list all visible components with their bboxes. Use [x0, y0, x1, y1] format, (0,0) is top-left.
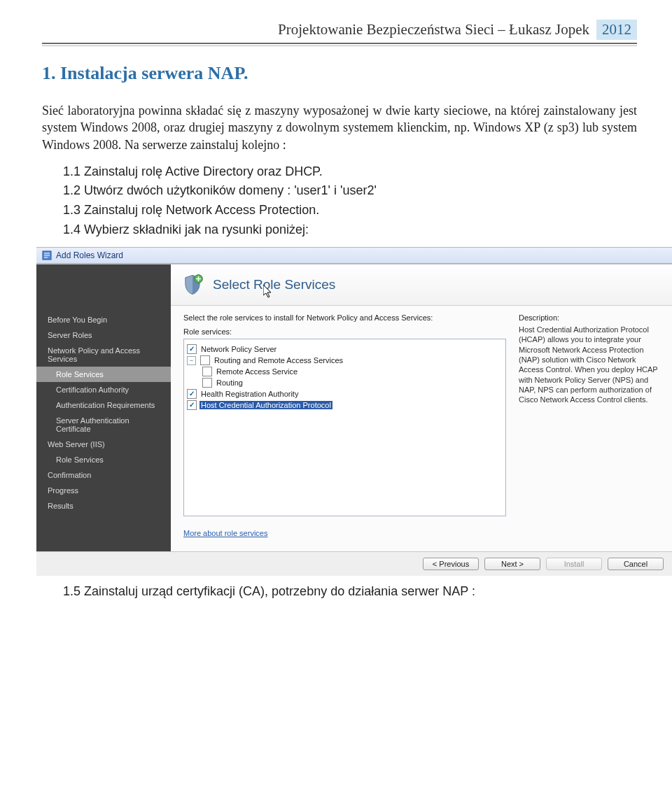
tree-label: Routing: [215, 379, 244, 387]
checkbox-icon[interactable]: [202, 378, 212, 388]
tree-label: Host Credential Authorization Protocol: [200, 401, 332, 409]
wizard-page-title: Select Role Services: [213, 277, 335, 292]
steps-list-continued: 1.5 Zainstaluj urząd certyfikacji (CA), …: [63, 583, 637, 601]
roles-column-label: Role services:: [183, 327, 506, 336]
list-item: 1.2 Utwórz dwóch użytkoników domeny : 'u…: [63, 182, 637, 200]
tree-label: Remote Access Service: [215, 367, 299, 376]
collapse-icon[interactable]: −: [187, 356, 196, 365]
sidebar-item-confirmation[interactable]: Confirmation: [36, 467, 171, 483]
cancel-button[interactable]: Cancel: [608, 558, 664, 570]
description-column-label: Description:: [519, 313, 662, 322]
wizard-window: Add Roles Wizard Before You Begin Server…: [36, 247, 672, 576]
list-item: 1.4 Wybierz składniki jak na rysunki pon…: [63, 221, 637, 239]
wizard-title: Add Roles Wizard: [56, 250, 123, 260]
install-button: Install: [546, 558, 602, 570]
wizard-instruction: Select the role services to install for …: [183, 313, 506, 322]
checkbox-icon[interactable]: [202, 367, 212, 376]
wizard-header: Select Role Services: [171, 264, 672, 306]
sidebar-item-ca[interactable]: Certification Authority: [36, 382, 171, 397]
sidebar-item-npas[interactable]: Network Policy and Access Services: [36, 343, 171, 367]
wizard-footer: < Previous Next > Install Cancel: [36, 551, 672, 576]
tree-item-nps[interactable]: Network Policy Server: [187, 344, 503, 355]
sidebar-item-role-services-iis[interactable]: Role Services: [36, 452, 171, 467]
wizard-titlebar: Add Roles Wizard: [36, 248, 672, 264]
tree-item-routing[interactable]: Routing: [202, 377, 503, 388]
header-rule-light: [42, 45, 637, 46]
checkbox-icon[interactable]: [200, 355, 210, 365]
sidebar-item-before-you-begin[interactable]: Before You Begin: [36, 312, 171, 327]
tree-item-rras[interactable]: − Routing and Remote Access Services: [187, 355, 503, 366]
page-header-year: 2012: [596, 20, 637, 40]
tree-label: Network Policy Server: [200, 345, 278, 353]
steps-list: 1.1 Zainstaluj rolę Active Directory ora…: [63, 163, 637, 239]
previous-button[interactable]: < Previous: [423, 558, 479, 570]
tree-item-hra[interactable]: Health Registration Authority: [187, 388, 503, 400]
list-item: 1.1 Zainstaluj rolę Active Directory ora…: [63, 163, 637, 181]
list-item: 1.3 Zainstaluj rolę Network Access Prote…: [63, 201, 637, 220]
role-services-tree[interactable]: Network Policy Server − Routing and Remo…: [183, 339, 506, 516]
tree-label: Routing and Remote Access Services: [213, 356, 344, 365]
sidebar-item-progress[interactable]: Progress: [36, 483, 171, 498]
more-about-link[interactable]: More about role services: [171, 522, 672, 537]
wizard-titlebar-icon: [42, 250, 52, 260]
intro-paragraph: Sieć laboratoryjna powinna składać się z…: [42, 102, 637, 153]
sidebar-item-role-services[interactable]: Role Services: [36, 367, 171, 382]
section-heading: 1. Instalacja serwera NAP.: [42, 63, 637, 84]
sidebar-item-server-auth-cert[interactable]: Server Authentication Certificate: [36, 413, 171, 437]
checkbox-icon[interactable]: [187, 344, 197, 354]
sidebar-item-auth-req[interactable]: Authentication Requirements: [36, 397, 171, 413]
header-rule-dark: [42, 43, 637, 44]
description-text: Host Credential Authorization Protocol (…: [519, 325, 662, 404]
wizard-sidebar: Before You Begin Server Roles Network Po…: [36, 264, 171, 551]
tree-label: Health Registration Authority: [200, 390, 300, 398]
list-item: 1.5 Zainstaluj urząd certyfikacji (CA), …: [63, 583, 637, 601]
next-button[interactable]: Next >: [484, 558, 540, 570]
sidebar-item-server-roles[interactable]: Server Roles: [36, 327, 171, 343]
sidebar-item-results[interactable]: Results: [36, 498, 171, 514]
tree-item-ras[interactable]: Remote Access Service: [202, 366, 503, 377]
checkbox-icon[interactable]: [187, 389, 197, 399]
sidebar-item-web-server-iis[interactable]: Web Server (IIS): [36, 437, 171, 452]
tree-item-hcap[interactable]: Host Credential Authorization Protocol: [187, 400, 503, 411]
page-header-title: Projektowanie Bezpieczeństwa Sieci – Łuk…: [278, 21, 589, 38]
shield-plus-icon: [181, 273, 204, 297]
checkbox-icon[interactable]: [187, 400, 197, 410]
